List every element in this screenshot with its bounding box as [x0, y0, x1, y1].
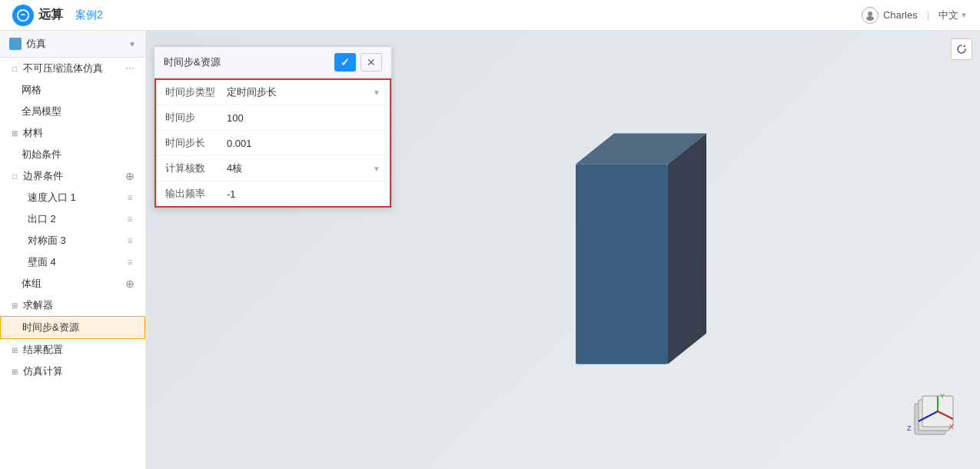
user-info: Charles	[862, 7, 918, 24]
item-menu-icon[interactable]: ≡	[124, 256, 136, 268]
header-divider: |	[927, 9, 929, 21]
svg-text:Z: Z	[907, 424, 912, 432]
sidebar-item-time-resource[interactable]: 时间步&资源	[0, 316, 145, 339]
field-output-freq: 输出频率 -1	[156, 181, 390, 206]
svg-text:X: X	[949, 423, 954, 431]
expand-icon: ⊞	[9, 366, 20, 377]
field-label: 时间步长	[165, 136, 227, 150]
field-time-step-size: 时间步长 0.001	[156, 131, 390, 156]
dialog-close-button[interactable]: ✕	[360, 53, 382, 72]
sidebar-item-incompressible[interactable]: □ 不可压缩流体仿真 ⋯	[0, 58, 145, 79]
item-label: 材料	[23, 126, 136, 140]
header: 远算 案例2 Charles | 中文 ▼	[0, 0, 980, 31]
confirm-icon: ✓	[341, 56, 350, 68]
sidebar-header: 仿真 ▼	[0, 31, 145, 58]
item-label: 初始条件	[22, 148, 136, 161]
lang-dropdown-icon: ▼	[960, 11, 968, 19]
sidebar-dropdown-icon[interactable]: ▼	[128, 40, 136, 48]
sidebar-item-boundary-condition[interactable]: □ 边界条件 ⊕	[0, 165, 145, 187]
item-label: 出口 2	[28, 212, 124, 226]
add-boundary-icon[interactable]: ⊕	[124, 170, 136, 182]
item-label: 体组	[22, 277, 124, 291]
user-avatar-icon	[862, 7, 879, 24]
field-time-steps: 时间步 100	[156, 105, 390, 131]
header-right: Charles | 中文 ▼	[862, 7, 968, 24]
time-step-size-value[interactable]: 0.001	[227, 138, 380, 149]
close-icon: ✕	[367, 56, 376, 68]
sidebar-item-material[interactable]: ⊞ 材料	[0, 122, 145, 144]
expand-icon: □	[9, 63, 20, 74]
refresh-button[interactable]	[951, 38, 972, 60]
sidebar-item-result-config[interactable]: ⊞ 结果配置	[0, 339, 145, 361]
dialog-confirm-button[interactable]: ✓	[334, 53, 356, 72]
header-left: 远算 案例2	[12, 5, 103, 26]
time-step-type-value: 定时间步长	[227, 85, 277, 99]
dialog-body: 时间步类型 定时间步长 ▼ 时间步 100 时间步长 0.001 计算核数	[154, 78, 391, 208]
lang-selector[interactable]: 中文 ▼	[938, 8, 968, 22]
item-label: 不可压缩流体仿真	[23, 62, 124, 75]
dialog-header: 时间步&资源 ✓ ✕	[154, 47, 391, 78]
output-freq-value[interactable]: -1	[227, 188, 380, 200]
field-label: 计算核数	[165, 161, 227, 175]
field-label: 时间步	[165, 111, 227, 125]
expand-icon: ⊞	[9, 128, 20, 138]
item-settings-icon[interactable]: ⋯	[124, 62, 136, 75]
sidebar-item-global-model[interactable]: 全局模型	[0, 101, 145, 122]
item-label: 全局模型	[22, 105, 136, 118]
lang-label: 中文	[938, 8, 958, 22]
simulation-icon	[9, 38, 22, 50]
axis-indicator: Y X Z	[903, 392, 957, 446]
dialog-title: 时间步&资源	[164, 55, 221, 69]
time-steps-value[interactable]: 100	[227, 112, 380, 124]
content-area: Y X Z 时间步&资源	[146, 31, 980, 469]
item-menu-icon[interactable]: ≡	[124, 213, 136, 225]
case-name[interactable]: 案例2	[75, 8, 103, 22]
field-value[interactable]: 定时间步长 ▼	[227, 85, 380, 99]
sidebar-item-outlet[interactable]: 出口 2 ≡	[0, 208, 145, 230]
item-label: 求解器	[23, 298, 136, 312]
main-layout: 仿真 ▼ □ 不可压缩流体仿真 ⋯ 网格 全局模型 ⊞ 材料 初始条件 □ 边界…	[0, 31, 980, 469]
add-volume-icon[interactable]: ⊕	[124, 278, 136, 290]
sidebar-title-group: 仿真	[9, 37, 46, 51]
item-menu-icon[interactable]: ≡	[124, 191, 136, 204]
user-name: Charles	[883, 9, 918, 21]
item-menu-icon[interactable]: ≡	[124, 234, 136, 247]
svg-marker-5	[668, 134, 706, 364]
dropdown-arrow-icon: ▼	[373, 88, 380, 97]
sidebar-item-symmetry[interactable]: 对称面 3 ≡	[0, 230, 145, 251]
sidebar-item-volume-group[interactable]: 体组 ⊕	[0, 273, 145, 294]
logo-text: 远算	[38, 7, 63, 23]
expand-icon: ⊞	[9, 300, 20, 311]
time-resource-dialog: 时间步&资源 ✓ ✕ 时间步类型 定时间步长 ▼	[154, 46, 392, 208]
sidebar-item-simulation-calc[interactable]: ⊞ 仿真计算	[0, 361, 145, 382]
field-label: 输出频率	[165, 187, 227, 201]
item-label: 壁面 4	[28, 255, 124, 269]
dialog-action-buttons: ✓ ✕	[334, 53, 382, 72]
sidebar-title: 仿真	[26, 37, 46, 51]
item-label: 时间步&资源	[22, 321, 135, 334]
field-value[interactable]: 4核 ▼	[227, 161, 380, 175]
sidebar-item-initial-condition[interactable]: 初始条件	[0, 144, 145, 165]
svg-rect-6	[576, 165, 668, 364]
3d-model	[553, 118, 706, 382]
item-label: 网格	[22, 83, 136, 97]
sidebar: 仿真 ▼ □ 不可压缩流体仿真 ⋯ 网格 全局模型 ⊞ 材料 初始条件 □ 边界…	[0, 31, 146, 469]
sidebar-item-solver[interactable]: ⊞ 求解器	[0, 294, 145, 316]
item-label: 仿真计算	[23, 364, 136, 378]
field-cores: 计算核数 4核 ▼	[156, 156, 390, 181]
logo: 远算	[12, 5, 63, 26]
sidebar-item-wall[interactable]: 壁面 4 ≡	[0, 251, 145, 273]
cores-value: 4核	[227, 161, 242, 175]
expand-icon: ⊞	[9, 344, 20, 355]
item-label: 对称面 3	[28, 234, 124, 248]
svg-point-2	[866, 16, 874, 21]
expand-icon: □	[9, 171, 20, 181]
sidebar-item-mesh[interactable]: 网格	[0, 79, 145, 101]
item-label: 速度入口 1	[28, 191, 124, 205]
sidebar-item-velocity-inlet[interactable]: 速度入口 1 ≡	[0, 187, 145, 208]
field-time-step-type: 时间步类型 定时间步长 ▼	[156, 80, 390, 105]
dropdown-arrow-icon: ▼	[373, 165, 380, 173]
field-label: 时间步类型	[165, 85, 227, 99]
svg-text:Y: Y	[940, 392, 945, 400]
item-label: 结果配置	[23, 343, 136, 357]
